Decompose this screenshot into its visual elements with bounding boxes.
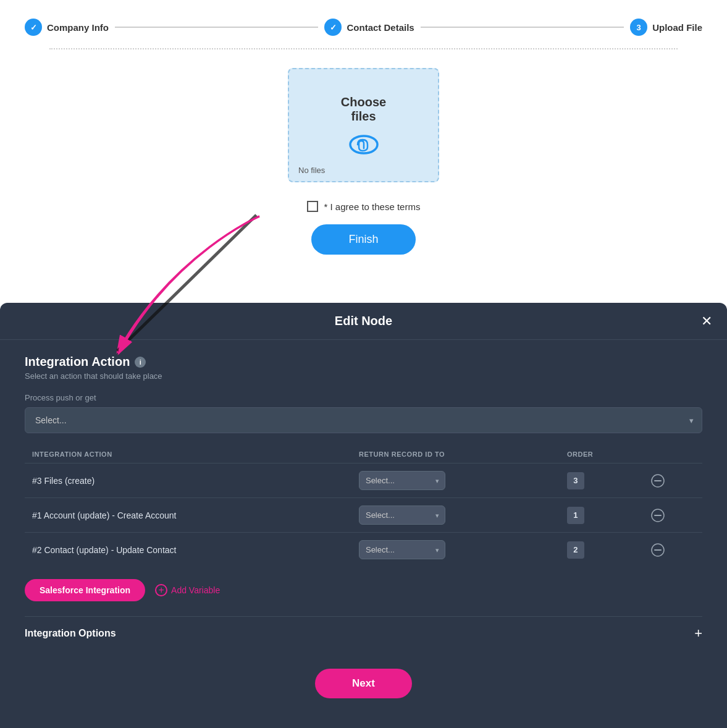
action-name-3: #2 Contact (update) - Update Contact — [32, 545, 176, 555]
return-id-select-3[interactable]: Select... — [359, 540, 445, 559]
next-btn-container: Next — [25, 662, 702, 717]
table-header-row: Integration Action Return Record ID To O… — [25, 446, 702, 463]
table-row: #2 Contact (update) - Update Contact Sel… — [25, 533, 702, 567]
step-number-upload: 3 — [637, 23, 641, 32]
integration-action-section: Integration Action i Select an action th… — [25, 355, 702, 433]
section-subtitle: Select an action that should take place — [25, 371, 702, 381]
return-id-select-wrapper-3: Select... ▾ — [359, 540, 445, 559]
col-integration-action: Integration Action — [25, 446, 351, 463]
minus-circle-icon-3 — [651, 543, 665, 557]
terms-row: * I agree to these terms — [25, 201, 702, 212]
modal-close-button[interactable]: ✕ — [701, 315, 712, 328]
add-variable-button[interactable]: + Add Variable — [155, 584, 220, 596]
return-id-select-2[interactable]: Select... — [359, 506, 445, 525]
process-select-wrapper: Select... ▾ — [25, 407, 702, 433]
upload-zone-text: Choose files — [341, 95, 386, 124]
finish-button[interactable]: Finish — [311, 224, 415, 255]
order-badge-1: 3 — [567, 472, 584, 489]
modal-header: Edit Node ✕ — [0, 303, 727, 340]
wizard-top: ✓ Company Info ✓ Contact Details 3 Uploa… — [0, 0, 727, 286]
terms-checkbox[interactable] — [307, 201, 318, 212]
return-id-select-wrapper-2: Select... ▾ — [359, 506, 445, 525]
order-badge-3: 2 — [567, 541, 584, 559]
integration-table: Integration Action Return Record ID To O… — [25, 446, 702, 567]
terms-label: * I agree to these terms — [324, 201, 421, 212]
remove-row-3-button[interactable] — [651, 543, 665, 557]
step-circle-upload: 3 — [630, 19, 647, 36]
integration-options-expand-button[interactable]: + — [694, 627, 702, 640]
action-name-2: #1 Account (update) - Create Account — [32, 510, 176, 520]
step-line-2 — [421, 27, 624, 28]
next-button[interactable]: Next — [315, 669, 412, 698]
col-return-record-id: Return Record ID To — [351, 446, 560, 463]
add-variable-icon: + — [155, 584, 167, 596]
modal-body: Integration Action i Select an action th… — [0, 340, 727, 728]
remove-row-2-button[interactable] — [651, 509, 665, 522]
info-icon[interactable]: i — [135, 357, 146, 368]
process-field-label: Process push or get — [25, 393, 702, 402]
paperclip-icon — [349, 133, 379, 156]
col-actions — [644, 446, 702, 463]
finish-btn-container: Finish — [25, 224, 702, 255]
upload-container: Choose files No files — [25, 68, 702, 182]
order-badge-2: 1 — [567, 507, 584, 524]
modal-title: Edit Node — [335, 314, 392, 328]
minus-circle-icon-2 — [651, 509, 665, 522]
minus-circle-icon-1 — [651, 474, 665, 488]
no-files-label: No files — [298, 166, 325, 175]
step-contact-details: ✓ Contact Details — [324, 19, 414, 36]
step-circle-contact-details: ✓ — [324, 19, 342, 36]
upload-zone[interactable]: Choose files No files — [288, 68, 439, 182]
integration-options-row: Integration Options + — [25, 616, 702, 650]
table-row: #1 Account (update) - Create Account Sel… — [25, 498, 702, 533]
wizard-steps: ✓ Company Info ✓ Contact Details 3 Uploa… — [25, 19, 702, 36]
section-title: Integration Action i — [25, 355, 702, 369]
salesforce-integration-button[interactable]: Salesforce Integration — [25, 579, 145, 601]
step-check-company: ✓ — [30, 23, 37, 32]
step-label-contact-details: Contact Details — [347, 22, 414, 33]
dotted-divider — [49, 48, 678, 49]
step-label-company-info: Company Info — [47, 22, 109, 33]
integration-options-label: Integration Options — [25, 628, 116, 639]
process-select[interactable]: Select... — [25, 407, 702, 433]
return-id-select-1[interactable]: Select... — [359, 471, 445, 490]
modal-overlay: Edit Node ✕ Integration Action i Select … — [0, 303, 727, 728]
step-check-contact: ✓ — [330, 23, 337, 32]
return-id-select-wrapper-1: Select... ▾ — [359, 471, 445, 490]
table-row: #3 Files (create) Select... ▾ 3 — [25, 463, 702, 498]
action-name-1: #3 Files (create) — [32, 476, 95, 486]
step-circle-company-info: ✓ — [25, 19, 42, 36]
step-line-1 — [115, 27, 318, 28]
step-label-upload: Upload File — [652, 22, 702, 33]
step-upload-file: 3 Upload File — [630, 19, 702, 36]
modal-bottom-row: Salesforce Integration + Add Variable — [25, 579, 702, 601]
col-order: Order — [560, 446, 644, 463]
remove-row-1-button[interactable] — [651, 474, 665, 488]
step-company-info: ✓ Company Info — [25, 19, 109, 36]
